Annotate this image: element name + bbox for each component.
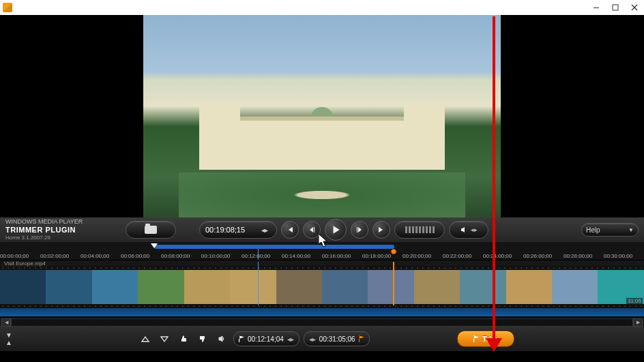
thumbnail [552,270,598,304]
plugin-version-label: Home 3.1.2007.28 [5,234,126,242]
in-flag-icon [239,335,244,342]
app-icon [3,3,12,12]
ruler-tick: 00:10:00;00 [201,253,241,259]
thumbnail [460,270,506,304]
sound-toggle-button[interactable] [214,331,229,346]
clip-name-label: Visit Europe.mp4 [3,260,47,267]
video-preview-area [0,15,644,217]
current-time-value: 00:19:08;15 [205,226,245,234]
in-step-icon[interactable]: ◂▸ [287,335,294,343]
in-time-value: 00:12:14;04 [248,335,284,343]
thumbnail [46,270,91,304]
zoom-out-button[interactable] [138,331,153,346]
ruler-tick: 00:00:00;00 [0,253,40,259]
window-titlebar [0,0,644,15]
scroll-right-button[interactable]: ▶ [633,318,643,327]
out-time-value: 00:31:05;06 [319,335,355,343]
ruler-tick: 00:16:00;00 [322,253,362,259]
close-button[interactable] [625,0,644,15]
thumbnail [368,270,413,304]
thumbnail [506,270,552,304]
prev-marker-button[interactable] [281,221,299,239]
maximize-button[interactable] [606,0,625,15]
open-file-button[interactable] [126,221,176,239]
ruler-tick: 00:22:00;00 [443,253,483,259]
timeline-horizontal-scrollbar[interactable]: ◀ ▶ [0,318,644,327]
ruler-tick: 00:14:00;00 [282,253,322,259]
ruler-tick: 00:20:00;00 [402,253,443,259]
ruler-tick: 00:02:00;00 [40,253,80,259]
shuttle-slider[interactable] [394,221,445,239]
out-step-icon[interactable]: ◂▸ [309,335,316,343]
plugin-name-label: TRIMMER PLUGIN [5,226,126,234]
scroll-left-button[interactable]: ◀ [1,318,11,327]
zoom-in-button[interactable] [157,331,172,346]
help-dropdown[interactable]: Help ▼ [581,223,639,237]
trim-flag-icon [473,335,479,342]
timeline-ruler[interactable]: 00:00:00;0000:02:00;0000:04:00;0000:06:0… [0,242,644,260]
ruler-tick: 00:28:00;00 [564,253,604,259]
out-point-chip[interactable]: ◂▸ 00:31:05;06 [304,331,370,346]
minimize-button[interactable] [587,0,606,15]
ruler-tick: 00:26:00;00 [523,253,564,259]
panel-toggle-button[interactable]: ▼▲ [3,331,15,346]
svg-rect-0 [594,7,599,8]
thumbnail [138,270,184,304]
folder-icon [145,226,157,234]
out-flag-icon [359,335,364,342]
thumbnail [414,270,460,304]
volume-step-icon: ◂▸ [471,226,478,233]
ruler-tick: 00:06:00;00 [121,253,161,259]
ruler-tick: 00:24:00;00 [483,253,523,259]
filmstrip-track[interactable]: Visit Europe.mp4 31:05 [0,262,644,305]
thumbs-down-button[interactable] [195,331,210,346]
current-time-display[interactable]: 00:19:08;15 ◂▸ [199,221,277,239]
frame-back-button[interactable] [303,221,321,239]
thumbs-up-button[interactable] [176,331,191,346]
in-point-chip[interactable]: 00:12:14;04 ◂▸ [233,331,299,346]
playhead-vertical[interactable] [258,262,259,305]
video-frame[interactable] [143,15,501,217]
svg-rect-1 [613,5,618,10]
timeline-panel: 00:00:00;0000:02:00;0000:04:00;0000:06:0… [0,242,644,318]
frame-forward-button[interactable] [351,221,368,239]
ruler-tick: 00:18:00;00 [362,253,402,259]
plugin-title-block: WINDOWS MEDIA PLAYER TRIMMER PLUGIN Home… [5,217,126,242]
next-marker-button[interactable] [372,221,390,239]
trim-button[interactable]: Trim [457,331,514,347]
thumbnail-strip [0,266,644,308]
thumbnail [92,270,138,304]
thumbnail [322,270,368,304]
ruler-tick: 00:30:00;00 [604,253,644,259]
scroll-track[interactable] [11,318,633,327]
playhead-indicator[interactable] [151,243,158,248]
out-point-vertical[interactable] [393,262,394,305]
trim-label: Trim [482,335,498,343]
audio-waveform-track[interactable] [0,307,644,316]
volume-control[interactable]: ◂▸ [449,221,488,239]
plugin-host-label: WINDOWS MEDIA PLAYER [5,217,126,226]
ruler-tick: 00:08:00;00 [161,253,201,259]
help-label: Help [586,226,600,234]
thumbnail [230,270,276,304]
ruler-tick: 00:04:00;00 [80,253,121,259]
thumbnail [276,270,322,304]
plugin-control-bar: WINDOWS MEDIA PLAYER TRIMMER PLUGIN Home… [0,217,644,242]
thumbnail [0,270,46,304]
play-button[interactable] [325,219,347,241]
time-step-buttons[interactable]: ◂▸ [259,226,271,234]
ruler-tick: 00:12:00;00 [241,253,282,259]
ruler-tick-labels: 00:00:00;0000:02:00;0000:04:00;0000:06:0… [0,253,644,259]
clip-duration-tag: 31:05 [626,298,643,304]
selection-range-bar[interactable] [154,245,394,249]
chevron-down-icon: ▼ [628,227,634,233]
thumbnail [184,270,230,304]
bottom-toolbar: ▼▲ 00:12:14;04 ◂▸ ◂▸ 00:31:05;06 Trim [0,327,644,351]
